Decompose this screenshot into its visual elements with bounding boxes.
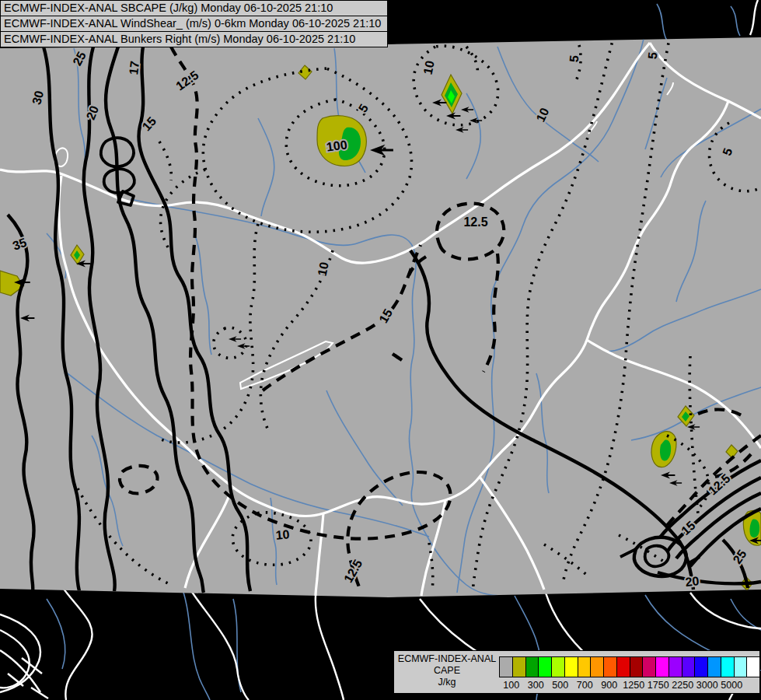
map-canvas: 2530201712.515355100105512.5101510512.51… <box>0 0 761 700</box>
legend-title-unit: J/kg <box>397 677 497 688</box>
legend-color-scale <box>499 656 760 677</box>
legend-title-param: CAPE <box>397 665 497 677</box>
legend-tick: 300 <box>528 680 544 691</box>
contour-label: 5 <box>567 54 581 63</box>
contour-label: 10 <box>421 59 436 75</box>
contour-label: 5 <box>646 51 660 60</box>
legend-swatch-6 <box>578 656 592 677</box>
legend-swatch-2 <box>525 656 539 677</box>
cape-legend: ECMWF-INDEX-ANAL CAPE J/kg 1003005007009… <box>393 650 760 694</box>
legend-swatch-13 <box>668 656 682 677</box>
legend-swatch-15 <box>694 656 708 677</box>
legend-swatch-1 <box>512 656 526 677</box>
legend-tick: 5000 <box>721 680 742 691</box>
legend-swatch-8 <box>603 656 617 677</box>
weather-map-page: 2530201712.515355100105512.5101510512.51… <box>0 0 761 700</box>
contour-label: 10 <box>315 261 330 277</box>
legend-tick: 100 <box>503 680 519 691</box>
legend-tick: 1250 <box>623 680 644 691</box>
legend-tick: 500 <box>552 680 568 691</box>
legend-swatch-7 <box>590 656 604 677</box>
legend-swatch-9 <box>616 656 630 677</box>
legend-swatch-17 <box>721 656 735 677</box>
legend-swatch-16 <box>707 656 721 677</box>
legend-title: ECMWF-INDEX-ANAL CAPE J/kg <box>397 653 497 688</box>
legend-swatch-18 <box>734 656 748 677</box>
legend-swatch-4 <box>551 656 565 677</box>
legend-tick: 3000 <box>696 680 718 691</box>
legend-swatch-0 <box>499 656 513 677</box>
legend-swatch-11 <box>642 656 656 677</box>
legend-swatch-3 <box>538 656 552 677</box>
legend-tick: 1750 <box>648 680 669 691</box>
contour-label: 10 <box>275 527 290 541</box>
contour-label: 12.5 <box>463 215 487 229</box>
title-line-sbcape: ECMWF-INDEX-ANAL SBCAPE (J/kg) Monday 06… <box>1 1 387 16</box>
legend-swatch-12 <box>655 656 669 677</box>
legend-tick: 900 <box>601 680 617 691</box>
legend-swatch-5 <box>564 656 578 677</box>
header-title-box: ECMWF-INDEX-ANAL SBCAPE (J/kg) Monday 06… <box>0 0 388 47</box>
legend-tick: 700 <box>577 680 593 691</box>
legend-tick: 2250 <box>672 680 693 691</box>
legend-swatch-10 <box>630 656 644 677</box>
title-line-windshear: ECMWF-INDEX-ANAL WindShear_ (m/s) 0-6km … <box>1 16 387 32</box>
legend-title-model: ECMWF-INDEX-ANAL <box>397 653 497 665</box>
legend-swatch-19 <box>746 656 760 677</box>
contour-label: 20 <box>685 574 700 589</box>
contour-label: 17 <box>127 60 141 75</box>
title-line-bunkers: ECMWF-INDEX-ANAL Bunkers Right (m/s) Mon… <box>1 32 387 47</box>
legend-swatch-14 <box>682 656 696 677</box>
